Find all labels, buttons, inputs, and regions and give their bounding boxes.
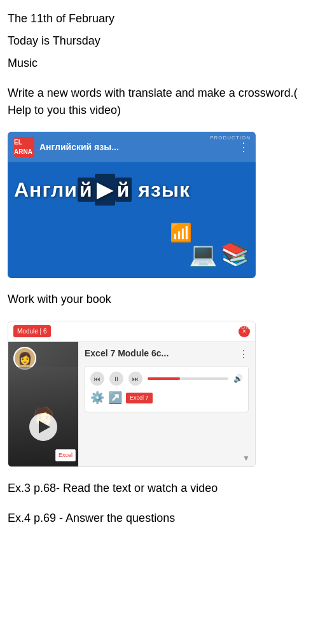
day-text: Today is Thursday <box>8 34 100 47</box>
production-label-2: PRODUCTION <box>209 324 250 332</box>
video2-info: Excel 7 Module 6c... ⋮ ⏮ ⏸ ⏭ 🔊 ⚙️ ↗️ <box>78 342 255 466</box>
scroll-arrow: ▼ <box>242 452 250 464</box>
module-badge: Module | 6 <box>13 325 51 337</box>
task3-instruction: Ex.3 p.68- Read the text or watch a vide… <box>8 480 310 497</box>
text-ский: й <box>115 178 132 202</box>
task4-instruction: Ex.4 p.69 - Answer the questions <box>8 510 310 527</box>
video2-title-text: Excel 7 Module 6c... <box>85 347 236 360</box>
rewind-button[interactable]: ⏮ <box>90 372 104 386</box>
volume-icon: 🔊 <box>233 373 243 384</box>
date-text: The 11th of February <box>8 12 114 25</box>
video1-title: Английский язы... <box>39 141 233 154</box>
video1-logo: EL ARNA <box>14 137 34 157</box>
share-icon[interactable]: ↗️ <box>108 389 122 407</box>
play-triangle <box>39 421 50 433</box>
avatar: 👩 <box>13 347 36 370</box>
excel-small-badge: Excel <box>55 449 76 462</box>
extra-controls-row: ⚙️ ↗️ Excel 7 <box>90 389 243 407</box>
progress-fill <box>148 377 180 380</box>
highlighted-text: й <box>78 178 95 202</box>
video1-text-area: Англий▶й язык <box>8 162 256 206</box>
video1-large-text: Англий▶й язык <box>14 174 249 206</box>
fast-forward-button[interactable]: ⏭ <box>128 372 142 386</box>
video2-title-row: Excel 7 Module 6c... ⋮ <box>85 347 249 362</box>
task4-text: Ex.4 p.69 - Answer the questions <box>8 512 175 524</box>
video2-thumbnail[interactable]: 👩 🧑 Excel <box>8 342 78 466</box>
subject-line: Music <box>8 55 310 72</box>
task1-text: Write a new words with translate and mak… <box>8 87 298 116</box>
task2-instruction: Work with your book <box>8 291 310 308</box>
video1-inner: PRODUCTION EL ARNA Английский язы... ⋮ А… <box>8 132 256 278</box>
subject-text: Music <box>8 57 38 69</box>
play-inline[interactable]: ▶ <box>95 174 115 206</box>
play-button[interactable] <box>29 413 57 441</box>
settings-icon[interactable]: ⚙️ <box>90 389 104 407</box>
video2-bottom-bar: 🎵 🎵 <box>8 466 255 467</box>
video2-controls: ⏮ ⏸ ⏭ 🔊 ⚙️ ↗️ Excel 7 <box>85 366 249 412</box>
controls-row: ⏮ ⏸ ⏭ 🔊 <box>90 372 243 386</box>
task3-text: Ex.3 p.68- Read the text or watch a vide… <box>8 482 218 494</box>
play-pause-button[interactable]: ⏸ <box>109 372 123 386</box>
video1-container[interactable]: PRODUCTION EL ARNA Английский язы... ⋮ А… <box>8 132 256 278</box>
date-line: The 11th of February <box>8 10 310 27</box>
video2-container[interactable]: PRODUCTION Module | 6 × 👩 🧑 Excel <box>8 321 256 467</box>
day-line: Today is Thursday <box>8 32 310 50</box>
progress-bar[interactable] <box>148 377 228 380</box>
books-icon: 📚 <box>221 237 249 272</box>
video2-content: 👩 🧑 Excel Excel 7 Module 6c... ⋮ <box>8 342 255 466</box>
video2-menu-dots[interactable]: ⋮ <box>238 347 249 362</box>
task1-instruction: Write a new words with translate and mak… <box>8 85 310 119</box>
thumb-inner: 👩 🧑 Excel <box>8 342 78 466</box>
excel-controls-badge: Excel 7 <box>126 393 153 404</box>
task2-text: Work with your book <box>8 293 111 305</box>
laptop-icon: 💻 <box>189 237 218 272</box>
production-label-1: PRODUCTION <box>210 134 251 142</box>
